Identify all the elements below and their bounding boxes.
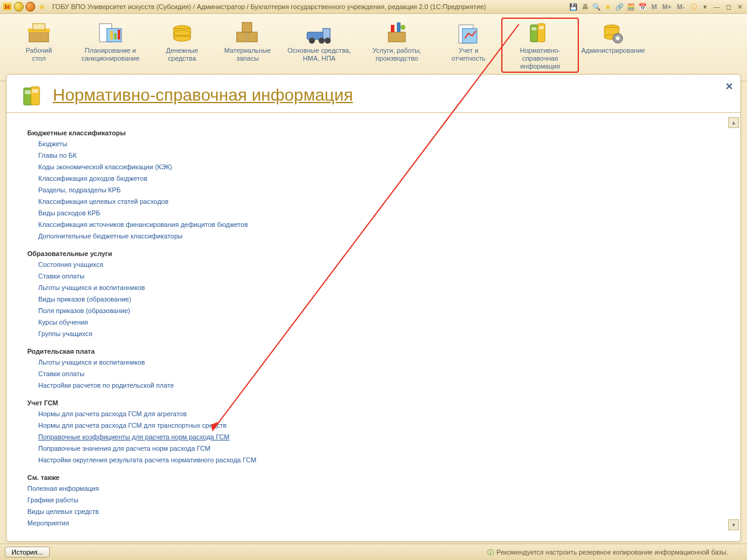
toolbar-reference[interactable]: Нормативно-справочнаяинформация	[501, 18, 579, 73]
link-item[interactable]: Классификация доходов бюджетов	[38, 174, 714, 184]
link-item[interactable]: Настройки округления результата расчета …	[38, 455, 714, 465]
svg-rect-27	[539, 26, 544, 29]
svg-rect-36	[32, 89, 38, 93]
services-icon	[382, 20, 411, 46]
close-panel-icon[interactable]: ✕	[725, 81, 733, 92]
section-title: Бюджетные классификаторы	[27, 129, 714, 137]
svg-rect-14	[242, 22, 252, 32]
assets-icon	[305, 20, 334, 46]
svg-rect-6	[114, 33, 117, 39]
svg-point-19	[325, 38, 331, 44]
link-item[interactable]: Мероприятия	[27, 518, 714, 528]
svg-rect-13	[248, 32, 257, 42]
link-item[interactable]: Коды экономической классификации (КЭК)	[38, 162, 714, 172]
calc-icon[interactable]: 🧮	[626, 2, 636, 12]
link-item[interactable]: Полезная информация	[27, 484, 714, 494]
status-text: Рекомендуется настроить резервное копиро…	[496, 548, 728, 556]
info-small-icon: ⓘ	[487, 548, 494, 557]
content-panel: Нормативно-справочная информация ✕ Бюдже…	[6, 74, 741, 542]
link-icon[interactable]: 🔗	[615, 2, 624, 12]
toolbar-planning[interactable]: Планирование исанкционирование	[72, 18, 149, 65]
desktop-icon	[24, 20, 53, 46]
window-title: ГОБУ ВПО Университет искусств (Субсидия)…	[52, 3, 486, 10]
toolbar-assets[interactable]: Основные средства,НМА, НПА	[280, 18, 358, 65]
back-icon[interactable]	[14, 2, 24, 12]
forward-icon[interactable]	[25, 2, 35, 12]
close-icon[interactable]: ✕	[735, 2, 745, 12]
toolbar-label: Рабочийстол	[8, 47, 69, 62]
link-item[interactable]: Льготы учащихся и воспитанников	[38, 283, 714, 293]
svg-rect-26	[532, 27, 536, 30]
link-item[interactable]: Ставки оплаты	[38, 271, 714, 282]
link-item[interactable]: Настройки расчетов по родительской плате	[38, 380, 714, 391]
minimize-icon[interactable]: —	[712, 2, 722, 12]
toolbar-admin[interactable]: Администрирование	[579, 18, 644, 57]
link-item[interactable]: Виды приказов (образование)	[38, 294, 714, 305]
planning-icon	[96, 20, 125, 46]
svg-rect-2	[33, 24, 45, 30]
section-title: Учет ГСМ	[27, 399, 714, 407]
link-item[interactable]: Виды целевых средств	[27, 507, 714, 517]
save-icon[interactable]: 💾	[569, 2, 578, 12]
link-item[interactable]: Курсы обучения	[38, 317, 714, 328]
reference-icon	[526, 20, 555, 46]
link-item[interactable]: Нормы для расчета расхода ГСМ для агрега…	[38, 409, 714, 419]
link-item[interactable]: Поправочные коэффициенты для расчета нор…	[38, 432, 714, 442]
page-title: Нормативно-справочная информация	[53, 86, 353, 105]
link-item[interactable]: Бюджеты	[38, 139, 714, 149]
resize-grip-icon[interactable]: ⋰	[735, 548, 742, 556]
link-item[interactable]: Дополнительные бюджетные классификаторы	[38, 231, 714, 241]
svg-point-21	[401, 25, 405, 30]
link-item[interactable]: Поправочные значения для расчета норм ра…	[38, 444, 714, 454]
link-item[interactable]: Льготы учащихся и воспитанников	[38, 357, 714, 368]
link-item[interactable]: Разделы, подразделы КРБ	[38, 185, 714, 195]
dropdown-icon[interactable]: ▾	[700, 2, 710, 12]
mminus-button[interactable]: M-	[675, 2, 687, 12]
link-item[interactable]: Группы учащихся	[38, 329, 714, 339]
link-item[interactable]: Нормы для расчета расхода ГСМ для трансп…	[38, 420, 714, 431]
scroll-down-icon[interactable]: ▼	[728, 519, 739, 530]
svg-rect-7	[118, 30, 120, 39]
toolbar-desktop[interactable]: Рабочийстол	[6, 18, 72, 65]
toolbar-money[interactable]: Денежныесредства	[149, 18, 215, 65]
scroll-up-icon[interactable]: ▲	[728, 117, 739, 128]
print-icon[interactable]: 🖶	[580, 2, 590, 12]
toolbar-label: Учет иотчетность	[438, 47, 499, 62]
maximize-icon[interactable]: ◻	[723, 2, 733, 12]
main-toolbar: РабочийстолПланирование исанкционировани…	[0, 14, 747, 81]
mplus-button[interactable]: M+	[661, 2, 673, 12]
link-item[interactable]: Классификация целевых статей расходов	[38, 197, 714, 207]
calendar-icon[interactable]: 📅	[638, 2, 647, 12]
link-item[interactable]: Ставки оплаты	[38, 369, 714, 379]
link-item[interactable]: Классификация источников финансирования …	[38, 220, 714, 230]
svg-rect-20	[388, 32, 405, 42]
favorite-icon[interactable]: ★	[37, 2, 47, 12]
toolbar-label: Материальныезапасы	[217, 47, 278, 62]
link-item[interactable]: Графики работы	[27, 495, 714, 505]
toolbar-label: Планирование исанкционирование	[74, 47, 147, 62]
svg-point-18	[319, 38, 325, 44]
content-body: Бюджетные классификаторыБюджетыГлавы по …	[15, 115, 726, 533]
link-item[interactable]: Поля приказов (образование)	[38, 306, 714, 316]
info-icon[interactable]: ⓘ	[689, 2, 698, 12]
preview-icon[interactable]: 🔍	[592, 2, 601, 12]
svg-point-17	[309, 38, 315, 44]
history-button[interactable]: История...	[5, 547, 50, 558]
folders-icon	[21, 83, 46, 107]
titlebar: 1c ★ ГОБУ ВПО Университет искусств (Субс…	[0, 0, 747, 14]
admin-icon	[597, 20, 626, 46]
toolbar-materials[interactable]: Материальныезапасы	[215, 18, 280, 65]
link-item[interactable]: Главы по БК	[38, 150, 714, 161]
m-button[interactable]: M	[649, 2, 659, 12]
toolbar-reports[interactable]: Учет иотчетность	[436, 18, 501, 65]
link-item[interactable]: Виды расходов КРБ	[38, 208, 714, 218]
scrollbar[interactable]: ▲ ▼	[728, 117, 738, 530]
section-title: См. также	[27, 474, 714, 481]
svg-rect-0	[29, 31, 49, 42]
star-icon[interactable]: ★	[603, 2, 613, 12]
toolbar-label: Денежныесредства	[152, 47, 212, 62]
link-item[interactable]: Состояния учащихся	[38, 260, 714, 270]
svg-rect-35	[25, 90, 31, 94]
toolbar-services[interactable]: Услуги, работы,производство	[358, 18, 436, 65]
section-title: Образовательные услуги	[27, 250, 714, 257]
